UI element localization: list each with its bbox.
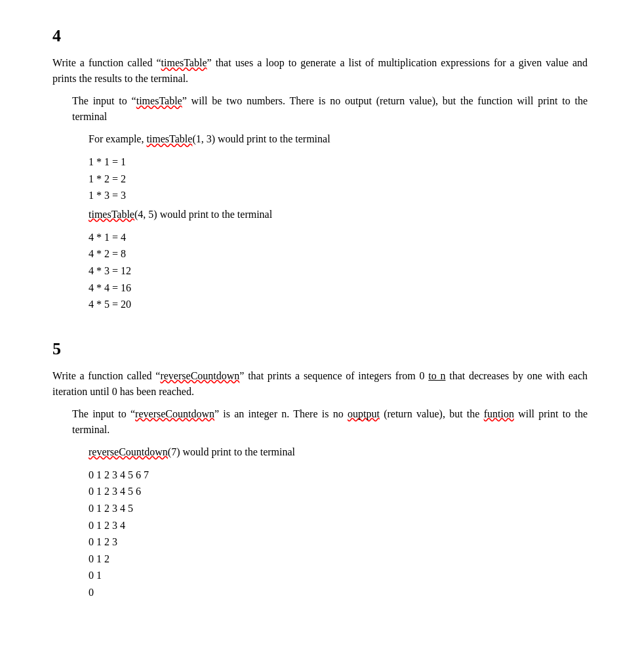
reverseCountdown-ref-2: reverseCountdown xyxy=(135,408,214,419)
timesTable-ref-2: timesTable xyxy=(136,95,182,106)
section-5-code-line-4: 0 1 2 3 4 xyxy=(89,517,588,534)
to-n-underline: to n xyxy=(428,370,445,381)
section-5: 5 Write a function called “reverseCountd… xyxy=(52,339,588,601)
section-5-code-line-6: 0 1 2 xyxy=(89,551,588,568)
timesTable-ref-4: timesTable xyxy=(89,209,134,220)
reverseCountdown-ref-1: reverseCountdown xyxy=(160,370,239,381)
section-4-intro: Write a function called “timesTable” tha… xyxy=(52,55,588,87)
ouptput-ref: ouptput xyxy=(348,408,380,419)
section-5-code-line-2: 0 1 2 3 4 5 6 xyxy=(89,483,588,500)
section-5-code-line-7: 0 1 xyxy=(89,567,588,584)
section-4-example2-intro: timesTable(4, 5) would print to the term… xyxy=(89,207,588,222)
section-4-code-line-2: 1 * 2 = 2 xyxy=(89,171,588,188)
section-5-example-intro: reverseCountdown(7) would print to the t… xyxy=(89,444,588,460)
section-4-number: 4 xyxy=(52,26,588,46)
section-4-code-line-4: 4 * 1 = 4 xyxy=(89,229,588,246)
section-4-code-line-3: 1 * 3 = 3 xyxy=(89,187,588,204)
section-4-input-desc: The input to “timesTable” will be two nu… xyxy=(72,93,588,125)
section-5-input-desc: The input to “reverseCountdown” is an in… xyxy=(72,406,588,438)
section-4: 4 Write a function called “timesTable” t… xyxy=(52,26,588,313)
reverseCountdown-ref-3: reverseCountdown xyxy=(89,446,168,457)
section-5-code-line-1: 0 1 2 3 4 5 6 7 xyxy=(89,467,588,484)
section-5-code-line-5: 0 1 2 3 xyxy=(89,534,588,551)
timesTable-ref-1: timesTable xyxy=(161,57,207,68)
section-4-example-intro: For example, timesTable(1, 3) would prin… xyxy=(89,131,588,147)
section-5-code-line-3: 0 1 2 3 4 5 xyxy=(89,500,588,517)
section-5-number: 5 xyxy=(52,339,588,359)
section-4-code-line-6: 4 * 3 = 12 xyxy=(89,262,588,280)
section-5-intro: Write a function called “reverseCountdow… xyxy=(52,368,588,400)
funtion-ref: funtion xyxy=(484,408,514,419)
section-4-code-line-1: 1 * 1 = 1 xyxy=(89,154,588,171)
section-5-code-line-8: 0 xyxy=(89,584,588,601)
section-4-code-line-8: 4 * 5 = 20 xyxy=(89,296,588,313)
section-4-code-line-5: 4 * 2 = 8 xyxy=(89,245,588,262)
section-4-code-line-7: 4 * 4 = 16 xyxy=(89,280,588,297)
timesTable-ref-3: timesTable xyxy=(146,133,192,144)
